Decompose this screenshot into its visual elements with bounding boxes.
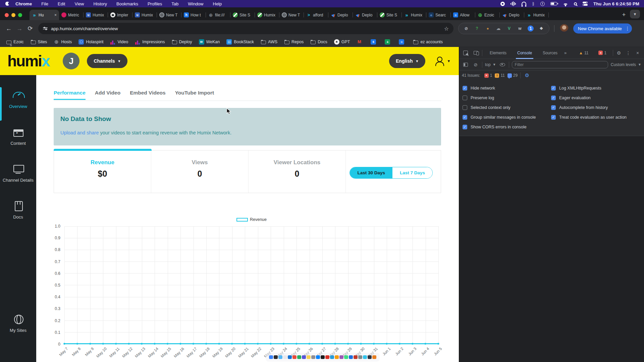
bookmark-item[interactable]: GPT bbox=[331, 38, 353, 46]
dock-app[interactable] bbox=[344, 355, 348, 359]
devtools-tab[interactable]: Console bbox=[516, 47, 533, 59]
browser-tab[interactable]: Hu × bbox=[30, 10, 59, 20]
console-settings-gear-icon[interactable]: ⚙ bbox=[523, 72, 531, 79]
language-dropdown[interactable]: English ▼ bbox=[389, 54, 425, 68]
channels-dropdown[interactable]: Channels ▼ bbox=[87, 54, 127, 68]
bookmark-item[interactable]: Impressions bbox=[132, 38, 167, 46]
browser-tab[interactable]: afford × bbox=[304, 10, 328, 20]
dock-app[interactable] bbox=[307, 355, 311, 359]
dock-app[interactable] bbox=[292, 355, 297, 359]
browser-tab[interactable]: Humix × bbox=[84, 10, 108, 20]
menu-item[interactable]: Profiles bbox=[148, 1, 162, 6]
browser-tab[interactable]: Searc × bbox=[426, 10, 451, 20]
stat-tab[interactable]: Viewer Locations 0 bbox=[249, 150, 346, 193]
browser-tab[interactable]: Allow × bbox=[451, 10, 475, 20]
browser-tab[interactable]: New T × bbox=[157, 10, 181, 20]
range-button[interactable]: Last 30 Days bbox=[350, 167, 392, 178]
dock-app[interactable] bbox=[316, 355, 320, 359]
content-tab[interactable]: YouTube Import bbox=[175, 90, 214, 100]
devtools-tab[interactable]: Sources bbox=[541, 47, 559, 59]
bookmark-item[interactable]: Hosts bbox=[51, 38, 74, 46]
menu-item[interactable]: View bbox=[74, 1, 84, 6]
stat-tab[interactable]: Revenue $0 bbox=[54, 150, 151, 193]
menu-item[interactable]: Window bbox=[188, 1, 203, 6]
bookmark-item[interactable]: Ezoic bbox=[3, 38, 26, 46]
bookmark-item[interactable]: Video bbox=[107, 38, 131, 46]
bookmark-item[interactable]: Deploy bbox=[169, 38, 195, 46]
sidebar-item[interactable]: My Sites bbox=[0, 314, 36, 343]
dock-app[interactable] bbox=[358, 355, 362, 359]
console-setting-checkbox[interactable]: Log XMLHttpRequests bbox=[551, 83, 640, 93]
console-sidebar-icon[interactable] bbox=[462, 61, 469, 68]
menu-item[interactable]: History bbox=[93, 1, 107, 6]
clear-console-icon[interactable]: ⊘ bbox=[472, 61, 479, 68]
dock-app[interactable] bbox=[302, 355, 306, 359]
bookmark-item[interactable]: WeKan bbox=[196, 38, 223, 46]
forward-icon[interactable]: → bbox=[14, 23, 25, 34]
dock-app[interactable] bbox=[325, 355, 329, 359]
console-output-area[interactable] bbox=[460, 136, 644, 362]
bookmark-item[interactable]: Docs bbox=[308, 38, 330, 46]
onepassword-extension-icon[interactable]: 1 bbox=[528, 25, 534, 32]
devtools-tab[interactable]: Elements bbox=[488, 47, 508, 59]
cookie-extension-icon[interactable]: ● bbox=[485, 25, 491, 32]
browser-tab[interactable]: How t × bbox=[181, 10, 206, 20]
bookmark-star-icon[interactable]: ☆ bbox=[444, 25, 449, 32]
cloud-extension-icon[interactable]: ☁ bbox=[495, 25, 501, 32]
console-setting-checkbox[interactable]: Selected context only bbox=[463, 103, 551, 112]
ezoic-extension-icon[interactable]: ⊘ bbox=[463, 25, 469, 32]
sidebar-item[interactable]: Overview bbox=[0, 90, 36, 119]
browser-tab[interactable]: Metric × bbox=[59, 10, 84, 20]
browser-tab[interactable]: Impler × bbox=[108, 10, 132, 20]
reload-icon[interactable]: ⟳ bbox=[25, 23, 36, 34]
browser-tab[interactable]: Humix × bbox=[255, 10, 279, 20]
dock-app[interactable] bbox=[297, 355, 301, 359]
menu-item[interactable]: Tab bbox=[171, 1, 178, 6]
v-extension-icon[interactable]: V bbox=[506, 25, 512, 32]
dock-app[interactable] bbox=[288, 355, 292, 359]
site-settings-icon[interactable] bbox=[43, 27, 48, 29]
screen-record-icon[interactable] bbox=[500, 1, 505, 6]
extensions-puzzle-icon[interactable]: ❖ bbox=[538, 25, 544, 32]
dock-app[interactable] bbox=[354, 355, 358, 359]
browser-tab[interactable]: Humix × bbox=[132, 10, 157, 20]
more-tabs-icon[interactable]: » bbox=[561, 49, 569, 57]
dock-app[interactable] bbox=[368, 355, 372, 359]
dock-app[interactable] bbox=[335, 355, 339, 359]
console-warning-count[interactable]: ▲ 11 bbox=[579, 51, 588, 55]
bookmark-item[interactable] bbox=[382, 38, 395, 46]
devtools-settings-icon[interactable]: ⚙ bbox=[615, 49, 623, 57]
menu-item[interactable]: Edit bbox=[58, 1, 65, 6]
new-tab-button[interactable]: + bbox=[619, 10, 629, 19]
bookmark-item[interactable] bbox=[354, 38, 367, 46]
bookmark-item[interactable]: BookStack bbox=[224, 38, 257, 46]
audio-meter-icon[interactable] bbox=[511, 1, 516, 6]
devtools-kebab-icon[interactable]: ⋮ bbox=[625, 49, 632, 57]
browser-tab[interactable]: file:/// × bbox=[206, 10, 230, 20]
console-setting-checkbox[interactable]: Autocomplete from history bbox=[551, 103, 640, 112]
issues-count-label[interactable]: 41 Issues: bbox=[462, 73, 480, 78]
menu-item[interactable]: Help bbox=[213, 1, 222, 6]
bookmark-item[interactable]: ez accounts bbox=[410, 38, 445, 46]
log-levels-selector[interactable]: Custom levels ▼ bbox=[611, 62, 641, 67]
spotlight-search-icon[interactable] bbox=[574, 1, 577, 6]
device-toolbar-icon[interactable] bbox=[472, 49, 479, 57]
dock-app[interactable] bbox=[311, 355, 315, 359]
maximize-window-button[interactable] bbox=[18, 13, 22, 17]
account-menu[interactable]: ▼ bbox=[435, 57, 450, 65]
browser-tab[interactable]: Site S × bbox=[377, 10, 402, 20]
dock-app[interactable] bbox=[339, 355, 343, 359]
menu-clock[interactable]: Thu Jun 6 6:24:50 PM bbox=[593, 1, 639, 6]
menu-item[interactable]: Chrome bbox=[15, 1, 32, 6]
sidebar-item[interactable]: Content bbox=[0, 127, 36, 156]
stat-tab[interactable]: Views 0 bbox=[151, 150, 249, 193]
live-expression-eye-icon[interactable] bbox=[499, 61, 506, 68]
console-setting-checkbox[interactable]: Group similar messages in console bbox=[463, 112, 551, 122]
status-alert-icon[interactable]: ! bbox=[540, 1, 545, 6]
bookmark-item[interactable] bbox=[368, 38, 381, 46]
content-tab[interactable]: Embed Videos bbox=[130, 90, 166, 100]
content-tab[interactable]: Add Video bbox=[95, 90, 120, 100]
sidebar-item[interactable]: Channel Details bbox=[0, 164, 36, 192]
bookmark-item[interactable]: Repos bbox=[281, 38, 306, 46]
dock-app[interactable] bbox=[321, 355, 325, 359]
